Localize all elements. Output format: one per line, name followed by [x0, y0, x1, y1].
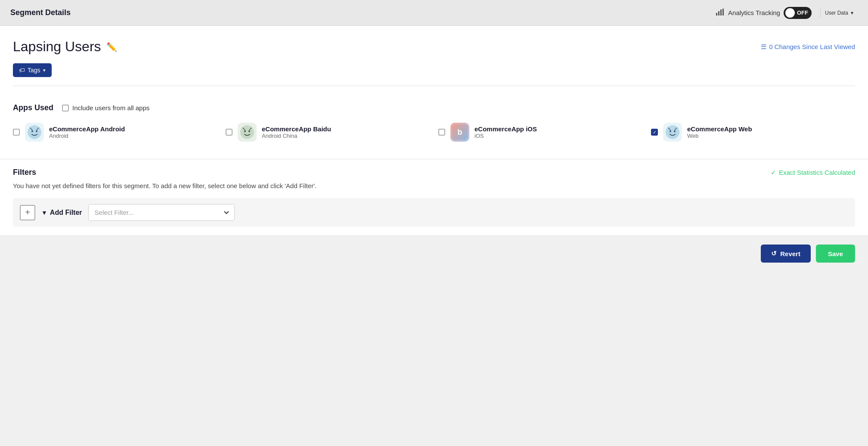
apps-grid: eCommerceApp Android Android: [13, 123, 855, 142]
app-android-icon: [25, 123, 44, 142]
tags-button[interactable]: 🏷 Tags ▾: [13, 63, 52, 77]
svg-rect-0: [716, 13, 717, 15]
svg-point-15: [670, 130, 671, 132]
app-ios-name: eCommerceApp iOS: [474, 125, 537, 133]
toggle-circle: [785, 8, 795, 18]
app-item-android: eCommerceApp Android Android: [13, 123, 217, 142]
apps-section-title: Apps Used: [13, 103, 53, 112]
svg-point-11: [248, 130, 250, 132]
app-web-icon: [663, 123, 682, 142]
app-baidu-info: eCommerceApp Baidu Android China: [262, 125, 331, 139]
checkmark-icon: ✓: [771, 169, 776, 177]
app-android-info: eCommerceApp Android Android: [49, 125, 125, 139]
add-filter-row: + ▼ Add Filter Select Filter...: [13, 198, 855, 227]
tags-label: Tags: [28, 67, 40, 74]
app-web-name: eCommerceApp Web: [687, 125, 752, 133]
app-android-platform: Android: [49, 133, 125, 139]
revert-icon: ↺: [771, 250, 777, 257]
app-android-checkbox[interactable]: [13, 129, 20, 136]
svg-rect-1: [718, 11, 719, 15]
header-title: Segment Details: [10, 8, 716, 17]
app-web-platform: Web: [687, 133, 752, 139]
app-item-web: ✓ eCommerceApp Web Web: [651, 123, 855, 142]
apps-used-section: Apps Used Include users from all apps: [13, 95, 855, 150]
main-content: Lapsing Users ✏️ ☰ 0 Changes Since Last …: [0, 26, 868, 159]
baidu-b-logo: b: [452, 124, 468, 140]
save-label: Save: [828, 250, 843, 257]
app-item-baidu: eCommerceApp Baidu Android China: [226, 123, 430, 142]
include-all-checkbox-label[interactable]: Include users from all apps: [62, 104, 149, 111]
save-button[interactable]: Save: [816, 245, 855, 263]
title-group: Lapsing Users ✏️: [13, 39, 117, 55]
svg-rect-3: [722, 9, 724, 15]
exact-stats-label: Exact Statistics Calculated: [779, 169, 855, 176]
app-ios-icon: b: [450, 123, 469, 142]
filter-select[interactable]: Select Filter...: [88, 204, 235, 221]
chevron-down-icon: ▾: [43, 68, 46, 73]
filters-title: Filters: [13, 168, 36, 177]
svg-point-16: [674, 130, 676, 132]
plus-button[interactable]: +: [20, 205, 35, 220]
app-item-ios: b eCommerceApp iOS iOS: [438, 123, 642, 142]
apps-section-header: Apps Used Include users from all apps: [13, 103, 855, 112]
analytics-tracking-label: Analytics Tracking: [728, 9, 780, 16]
edit-icon[interactable]: ✏️: [106, 42, 117, 52]
app-header: Segment Details Analytics Tracking OFF U…: [0, 0, 868, 26]
filter-icon: ▼: [41, 209, 47, 216]
revert-button[interactable]: ↺ Revert: [761, 245, 811, 263]
svg-point-4: [28, 125, 41, 139]
exact-stats-group: ✓ Exact Statistics Calculated: [771, 169, 855, 177]
app-baidu-name: eCommerceApp Baidu: [262, 125, 331, 133]
user-data-label: User Data: [825, 10, 848, 16]
page-title: Lapsing Users: [13, 39, 101, 55]
app-android-name: eCommerceApp Android: [49, 125, 125, 133]
analytics-tracking-group: Analytics Tracking OFF: [716, 7, 812, 19]
app-baidu-icon: [238, 123, 257, 142]
revert-label: Revert: [780, 250, 800, 257]
tag-icon: 🏷: [19, 67, 25, 74]
app-ios-platform: iOS: [474, 133, 537, 139]
add-filter-label: ▼ Add Filter: [41, 209, 82, 217]
user-data-button[interactable]: User Data ▾: [820, 7, 858, 19]
filters-section: Filters ✓ Exact Statistics Calculated Yo…: [0, 159, 868, 235]
svg-rect-2: [720, 9, 722, 15]
bottom-bar: ↺ Revert Save: [0, 235, 868, 271]
add-filter-text: Add Filter: [50, 209, 82, 217]
divider-1: [13, 86, 855, 86]
svg-point-9: [240, 125, 254, 139]
app-baidu-checkbox[interactable]: [226, 129, 232, 136]
svg-point-14: [666, 125, 679, 139]
list-icon: ☰: [761, 43, 766, 51]
app-web-info: eCommerceApp Web Web: [687, 125, 752, 139]
app-ios-checkbox[interactable]: [438, 129, 445, 136]
svg-point-5: [31, 130, 33, 132]
changes-label: 0 Changes Since Last Viewed: [769, 43, 855, 50]
analytics-icon: [716, 9, 725, 17]
chevron-down-icon: ▾: [851, 10, 853, 16]
include-all-checkbox[interactable]: [62, 105, 69, 111]
toggle-state: OFF: [797, 9, 808, 16]
changes-link[interactable]: ☰ 0 Changes Since Last Viewed: [761, 43, 855, 51]
filters-header: Filters ✓ Exact Statistics Calculated: [13, 168, 855, 177]
app-baidu-platform: Android China: [262, 133, 331, 139]
app-ios-info: eCommerceApp iOS iOS: [474, 125, 537, 139]
filters-description: You have not yet defined filters for thi…: [13, 182, 855, 189]
analytics-toggle[interactable]: OFF: [784, 7, 812, 19]
svg-point-10: [244, 130, 246, 132]
app-web-checkbox[interactable]: ✓: [651, 129, 658, 136]
header-right: Analytics Tracking OFF User Data ▾: [716, 7, 858, 19]
page-header: Lapsing Users ✏️ ☰ 0 Changes Since Last …: [13, 39, 855, 55]
include-all-label: Include users from all apps: [72, 104, 149, 111]
svg-point-6: [36, 130, 37, 132]
